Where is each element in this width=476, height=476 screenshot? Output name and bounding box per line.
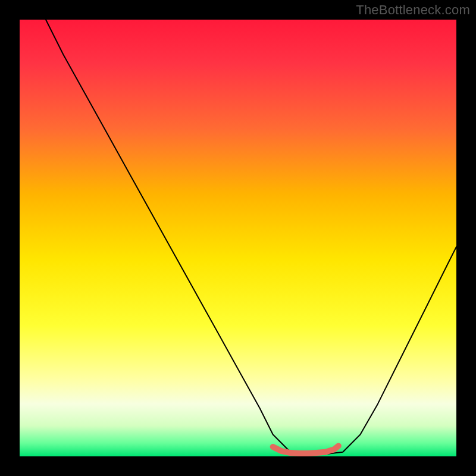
bottleneck-chart (0, 0, 476, 476)
watermark-text: TheBottleneck.com (356, 2, 470, 18)
chart-svg (0, 0, 476, 476)
plot-background (20, 20, 456, 456)
